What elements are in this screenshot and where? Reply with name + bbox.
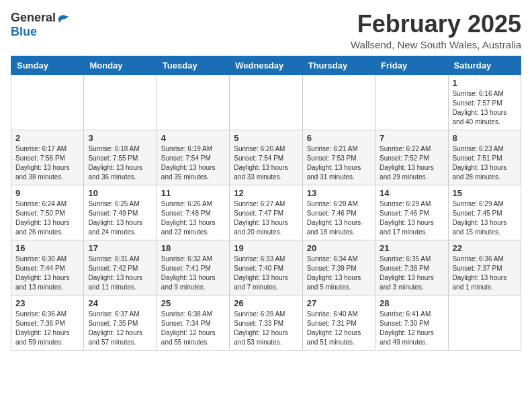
calendar-cell bbox=[448, 295, 521, 350]
logo-blue-text: Blue bbox=[11, 25, 37, 39]
weekday-header-friday: Friday bbox=[375, 56, 448, 75]
calendar-cell: 24Sunrise: 6:37 AM Sunset: 7:35 PM Dayli… bbox=[84, 295, 157, 350]
day-number: 2 bbox=[15, 133, 79, 143]
day-info: Sunrise: 6:35 AM Sunset: 7:38 PM Dayligh… bbox=[380, 255, 443, 292]
calendar-cell: 14Sunrise: 6:29 AM Sunset: 7:46 PM Dayli… bbox=[375, 185, 448, 240]
calendar-week-row: 16Sunrise: 6:30 AM Sunset: 7:44 PM Dayli… bbox=[11, 240, 521, 295]
weekday-header-monday: Monday bbox=[84, 56, 157, 75]
day-number: 13 bbox=[307, 188, 371, 198]
calendar-cell: 23Sunrise: 6:36 AM Sunset: 7:36 PM Dayli… bbox=[11, 295, 84, 350]
day-number: 4 bbox=[161, 133, 225, 143]
logo-bird-icon bbox=[57, 11, 71, 25]
day-info: Sunrise: 6:25 AM Sunset: 7:49 PM Dayligh… bbox=[88, 199, 152, 237]
day-number: 24 bbox=[88, 298, 152, 308]
day-info: Sunrise: 6:38 AM Sunset: 7:34 PM Dayligh… bbox=[161, 310, 225, 347]
day-number: 9 bbox=[15, 188, 79, 198]
day-number: 16 bbox=[15, 243, 79, 253]
day-number: 23 bbox=[15, 298, 79, 308]
day-number: 7 bbox=[380, 133, 443, 143]
calendar-cell: 17Sunrise: 6:31 AM Sunset: 7:42 PM Dayli… bbox=[84, 240, 157, 295]
logo: General Blue bbox=[11, 11, 71, 39]
day-info: Sunrise: 6:31 AM Sunset: 7:42 PM Dayligh… bbox=[88, 255, 152, 292]
day-number: 18 bbox=[161, 243, 225, 253]
day-info: Sunrise: 6:36 AM Sunset: 7:36 PM Dayligh… bbox=[15, 310, 79, 347]
day-info: Sunrise: 6:27 AM Sunset: 7:47 PM Dayligh… bbox=[234, 199, 298, 237]
calendar-cell: 9Sunrise: 6:24 AM Sunset: 7:50 PM Daylig… bbox=[11, 185, 84, 240]
calendar-cell: 4Sunrise: 6:19 AM Sunset: 7:54 PM Daylig… bbox=[157, 130, 229, 185]
calendar-cell bbox=[84, 75, 157, 130]
calendar-cell: 27Sunrise: 6:40 AM Sunset: 7:31 PM Dayli… bbox=[302, 295, 375, 350]
calendar-cell: 3Sunrise: 6:18 AM Sunset: 7:55 PM Daylig… bbox=[84, 130, 157, 185]
day-info: Sunrise: 6:32 AM Sunset: 7:41 PM Dayligh… bbox=[161, 255, 225, 292]
day-number: 10 bbox=[88, 188, 152, 198]
day-info: Sunrise: 6:28 AM Sunset: 7:46 PM Dayligh… bbox=[307, 199, 371, 237]
title-block: February 2025 Wallsend, New South Wales,… bbox=[351, 11, 521, 50]
calendar-cell: 13Sunrise: 6:28 AM Sunset: 7:46 PM Dayli… bbox=[302, 185, 375, 240]
calendar-cell bbox=[302, 75, 375, 130]
calendar-cell: 5Sunrise: 6:20 AM Sunset: 7:54 PM Daylig… bbox=[230, 130, 302, 185]
day-number: 1 bbox=[453, 78, 517, 88]
calendar-cell: 18Sunrise: 6:32 AM Sunset: 7:41 PM Dayli… bbox=[157, 240, 229, 295]
day-number: 11 bbox=[161, 188, 225, 198]
calendar-cell: 28Sunrise: 6:41 AM Sunset: 7:30 PM Dayli… bbox=[375, 295, 448, 350]
day-number: 27 bbox=[307, 298, 371, 308]
day-info: Sunrise: 6:39 AM Sunset: 7:33 PM Dayligh… bbox=[234, 310, 298, 347]
day-number: 6 bbox=[307, 133, 371, 143]
day-number: 22 bbox=[453, 243, 517, 253]
calendar-cell: 12Sunrise: 6:27 AM Sunset: 7:47 PM Dayli… bbox=[230, 185, 302, 240]
calendar-cell: 21Sunrise: 6:35 AM Sunset: 7:38 PM Dayli… bbox=[375, 240, 448, 295]
day-number: 19 bbox=[234, 243, 298, 253]
day-info: Sunrise: 6:24 AM Sunset: 7:50 PM Dayligh… bbox=[15, 199, 79, 237]
calendar-table: SundayMondayTuesdayWednesdayThursdayFrid… bbox=[11, 56, 521, 351]
day-number: 15 bbox=[453, 188, 517, 198]
calendar-cell: 15Sunrise: 6:29 AM Sunset: 7:45 PM Dayli… bbox=[448, 185, 521, 240]
day-info: Sunrise: 6:37 AM Sunset: 7:35 PM Dayligh… bbox=[88, 310, 152, 347]
calendar-week-row: 9Sunrise: 6:24 AM Sunset: 7:50 PM Daylig… bbox=[11, 185, 521, 240]
calendar-cell bbox=[375, 75, 448, 130]
day-info: Sunrise: 6:17 AM Sunset: 7:56 PM Dayligh… bbox=[15, 144, 79, 182]
day-info: Sunrise: 6:30 AM Sunset: 7:44 PM Dayligh… bbox=[15, 255, 79, 292]
calendar-title: February 2025 bbox=[351, 11, 521, 38]
calendar-subtitle: Wallsend, New South Wales, Australia bbox=[351, 39, 521, 50]
day-number: 20 bbox=[307, 243, 371, 253]
calendar-cell: 25Sunrise: 6:38 AM Sunset: 7:34 PM Dayli… bbox=[157, 295, 229, 350]
day-number: 21 bbox=[380, 243, 443, 253]
day-info: Sunrise: 6:29 AM Sunset: 7:45 PM Dayligh… bbox=[453, 199, 517, 237]
day-number: 8 bbox=[453, 133, 517, 143]
day-info: Sunrise: 6:34 AM Sunset: 7:39 PM Dayligh… bbox=[307, 255, 371, 292]
calendar-cell: 22Sunrise: 6:36 AM Sunset: 7:37 PM Dayli… bbox=[448, 240, 521, 295]
day-number: 28 bbox=[380, 298, 443, 308]
calendar-cell: 6Sunrise: 6:21 AM Sunset: 7:53 PM Daylig… bbox=[302, 130, 375, 185]
day-number: 3 bbox=[88, 133, 152, 143]
calendar-cell: 16Sunrise: 6:30 AM Sunset: 7:44 PM Dayli… bbox=[11, 240, 84, 295]
calendar-cell: 1Sunrise: 6:16 AM Sunset: 7:57 PM Daylig… bbox=[448, 75, 521, 130]
calendar-cell: 20Sunrise: 6:34 AM Sunset: 7:39 PM Dayli… bbox=[302, 240, 375, 295]
day-info: Sunrise: 6:33 AM Sunset: 7:40 PM Dayligh… bbox=[234, 255, 298, 292]
calendar-cell: 26Sunrise: 6:39 AM Sunset: 7:33 PM Dayli… bbox=[230, 295, 302, 350]
weekday-header-thursday: Thursday bbox=[302, 56, 375, 75]
calendar-cell: 10Sunrise: 6:25 AM Sunset: 7:49 PM Dayli… bbox=[84, 185, 157, 240]
weekday-header-saturday: Saturday bbox=[448, 56, 521, 75]
logo-general-text: General bbox=[11, 11, 56, 25]
weekday-header-row: SundayMondayTuesdayWednesdayThursdayFrid… bbox=[11, 56, 521, 75]
day-info: Sunrise: 6:18 AM Sunset: 7:55 PM Dayligh… bbox=[88, 144, 152, 182]
day-number: 14 bbox=[380, 188, 443, 198]
day-info: Sunrise: 6:22 AM Sunset: 7:52 PM Dayligh… bbox=[380, 144, 443, 182]
page-header: General Blue February 2025 Wallsend, New… bbox=[11, 11, 521, 50]
day-info: Sunrise: 6:20 AM Sunset: 7:54 PM Dayligh… bbox=[234, 144, 298, 182]
day-number: 25 bbox=[161, 298, 225, 308]
calendar-cell: 11Sunrise: 6:26 AM Sunset: 7:48 PM Dayli… bbox=[157, 185, 229, 240]
calendar-cell: 2Sunrise: 6:17 AM Sunset: 7:56 PM Daylig… bbox=[11, 130, 84, 185]
day-number: 26 bbox=[234, 298, 298, 308]
day-number: 17 bbox=[88, 243, 152, 253]
calendar-cell bbox=[11, 75, 84, 130]
calendar-week-row: 23Sunrise: 6:36 AM Sunset: 7:36 PM Dayli… bbox=[11, 295, 521, 350]
day-info: Sunrise: 6:19 AM Sunset: 7:54 PM Dayligh… bbox=[161, 144, 225, 182]
calendar-cell: 8Sunrise: 6:23 AM Sunset: 7:51 PM Daylig… bbox=[448, 130, 521, 185]
day-info: Sunrise: 6:40 AM Sunset: 7:31 PM Dayligh… bbox=[307, 310, 371, 347]
day-info: Sunrise: 6:26 AM Sunset: 7:48 PM Dayligh… bbox=[161, 199, 225, 237]
calendar-cell: 19Sunrise: 6:33 AM Sunset: 7:40 PM Dayli… bbox=[230, 240, 302, 295]
calendar-week-row: 2Sunrise: 6:17 AM Sunset: 7:56 PM Daylig… bbox=[11, 130, 521, 185]
day-info: Sunrise: 6:21 AM Sunset: 7:53 PM Dayligh… bbox=[307, 144, 371, 182]
weekday-header-sunday: Sunday bbox=[11, 56, 84, 75]
